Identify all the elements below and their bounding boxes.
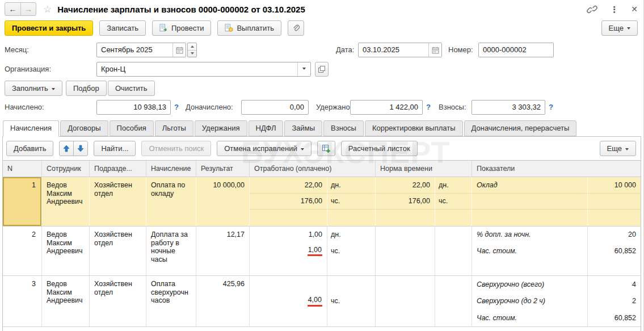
result-cell[interactable]: 425,96 bbox=[196, 276, 249, 326]
worked-value-cell[interactable]: 1,00 1,00 bbox=[249, 227, 327, 275]
norm-unit-cell[interactable] bbox=[435, 227, 472, 275]
forward-button[interactable]: → bbox=[20, 3, 36, 15]
employee-cell[interactable]: Ведов Максим Андреевич bbox=[41, 276, 89, 326]
accrued-help-icon[interactable]: ? bbox=[174, 100, 179, 115]
undo-corrections-button[interactable]: Отмена исправлений bbox=[217, 141, 312, 156]
organization-dropdown-button[interactable] bbox=[297, 62, 310, 76]
accrual-cell[interactable]: Доплата за работу в ночные часы bbox=[146, 227, 196, 275]
worked-unit-cell[interactable]: чс. bbox=[327, 276, 375, 326]
tab-benefits[interactable]: Пособия bbox=[110, 120, 154, 136]
worked-unit-cell[interactable]: дн. чс. bbox=[327, 227, 375, 275]
find-button[interactable]: Найти... bbox=[94, 141, 136, 156]
withheld-help-icon[interactable]: ? bbox=[426, 100, 431, 115]
more-button-table[interactable]: Еще bbox=[600, 141, 636, 156]
employee-cell[interactable]: Ведов Максим Андреевич bbox=[41, 177, 89, 226]
indicator-name-cell[interactable]: Оклад bbox=[472, 177, 587, 226]
tab-accruals[interactable]: Начисления bbox=[3, 120, 59, 137]
accruals-table: N Сотрудник Подразде... Начисление Резул… bbox=[3, 160, 641, 327]
table-row[interactable]: 2 Ведов Максим Андреевич Хозяйствен отде… bbox=[3, 227, 641, 276]
col-header-department[interactable]: Подразде... bbox=[89, 161, 146, 177]
tab-loans[interactable]: Займы bbox=[284, 120, 322, 136]
cancel-search-button[interactable]: Отменить поиск bbox=[141, 141, 211, 156]
contributions-help-icon[interactable]: ? bbox=[549, 100, 553, 115]
added-field[interactable]: 0,00 bbox=[241, 100, 309, 115]
close-icon[interactable]: ✕ bbox=[631, 5, 638, 14]
month-stepper[interactable] bbox=[187, 43, 197, 57]
norm-unit-cell[interactable]: дн. чс. bbox=[435, 177, 472, 226]
accrued-field[interactable]: 10 938,13 bbox=[96, 100, 171, 115]
move-up-button[interactable] bbox=[59, 141, 74, 156]
fill-button[interactable]: Заполнить bbox=[5, 81, 62, 96]
month-calendar-button[interactable] bbox=[172, 43, 186, 57]
employee-cell[interactable]: Ведов Максим Андреевич bbox=[41, 227, 89, 275]
col-header-norm[interactable]: Норма времени bbox=[375, 161, 472, 177]
col-header-worked[interactable]: Отработано (оплачено) bbox=[249, 161, 375, 177]
pay-button[interactable]: Выплатить bbox=[217, 20, 281, 36]
withheld-field[interactable]: 1 422,00 bbox=[350, 100, 423, 115]
indicator-name-cell[interactable]: Сверхурочно (всего) Сверхурочно (до 2 ч)… bbox=[472, 276, 587, 326]
row-number-cell[interactable]: 1 bbox=[3, 177, 41, 226]
indicator-value-cell[interactable]: 20 60,852 bbox=[587, 227, 641, 275]
date-calendar-button[interactable] bbox=[428, 43, 441, 57]
tab-recalculations[interactable]: Доначисления, перерасчеты bbox=[464, 120, 577, 136]
calendar-icon bbox=[432, 47, 439, 54]
department-cell[interactable]: Хозяйствен отдел bbox=[89, 276, 146, 326]
tab-deductions[interactable]: Удержания bbox=[195, 120, 247, 136]
table-row[interactable]: 1 Ведов Максим Андреевич Хозяйствен отде… bbox=[3, 177, 641, 227]
col-header-result[interactable]: Результат bbox=[196, 161, 249, 177]
move-down-button[interactable] bbox=[73, 141, 88, 156]
change-form-button[interactable] bbox=[317, 141, 335, 156]
more-button-top[interactable]: Еще bbox=[601, 20, 638, 36]
norm-unit-cell[interactable] bbox=[435, 276, 472, 326]
write-button[interactable]: Записать bbox=[99, 20, 146, 36]
accrual-cell[interactable]: Оплата сверхурочн часов bbox=[146, 276, 196, 326]
tab-contracts[interactable]: Договоры bbox=[60, 120, 108, 136]
col-header-indicators[interactable]: Показатели bbox=[472, 161, 641, 177]
payslip-button[interactable]: Расчетный листок bbox=[341, 141, 418, 156]
indicator-value-cell[interactable]: 4 2 60,852 bbox=[587, 276, 641, 326]
norm-value-cell[interactable] bbox=[375, 227, 435, 275]
col-header-accrual[interactable]: Начисление bbox=[146, 161, 196, 177]
norm-value-cell[interactable] bbox=[375, 276, 435, 326]
row-number-cell[interactable]: 2 bbox=[3, 227, 41, 275]
post-button[interactable]: Провести bbox=[152, 20, 212, 36]
table-row[interactable]: 3 Ведов Максим Андреевич Хозяйствен отде… bbox=[3, 276, 641, 327]
selection-button[interactable]: Подбор bbox=[66, 81, 107, 96]
col-header-n[interactable]: N bbox=[3, 161, 41, 177]
organization-open-button[interactable] bbox=[315, 62, 329, 77]
organization-field[interactable]: Крон-Ц bbox=[96, 62, 311, 77]
more-menu-icon[interactable]: ⋮ bbox=[610, 5, 618, 14]
clear-button[interactable]: Очистить bbox=[108, 81, 155, 96]
indicator-name-cell[interactable]: % допл. за ночн. Час. стоим. bbox=[472, 227, 587, 275]
tab-contributions[interactable]: Взносы bbox=[323, 120, 364, 136]
tab-payment-adjustments[interactable]: Корректировки выплаты bbox=[365, 120, 463, 136]
norm-value-cell[interactable]: 22,00 176,00 bbox=[375, 177, 435, 226]
tab-privileges[interactable]: Льготы bbox=[155, 120, 193, 136]
chevron-down-icon bbox=[625, 148, 629, 152]
worked-value-cell[interactable]: 22,00 176,00 bbox=[249, 177, 327, 226]
row-number-cell[interactable]: 3 bbox=[3, 276, 41, 326]
result-cell[interactable]: 10 000,00 bbox=[196, 177, 249, 226]
department-cell[interactable]: Хозяйствен отдел bbox=[89, 227, 146, 275]
stepper-up-icon[interactable] bbox=[188, 43, 196, 51]
date-field[interactable]: 03.10.2025 bbox=[358, 43, 442, 57]
month-field[interactable]: Сентябрь 2025 bbox=[96, 43, 186, 57]
accrual-cell[interactable]: Оплата по окладу bbox=[146, 177, 196, 226]
favorite-star-icon[interactable]: ☆ bbox=[43, 3, 52, 15]
number-field[interactable]: 0000-000002 bbox=[478, 43, 554, 57]
worked-unit-cell[interactable]: дн. чс. bbox=[327, 177, 375, 226]
link-icon[interactable] bbox=[587, 5, 597, 14]
attachments-button[interactable] bbox=[288, 20, 304, 36]
tab-ndfl[interactable]: НДФЛ bbox=[249, 120, 284, 136]
post-and-close-button[interactable]: Провести и закрыть bbox=[5, 20, 93, 36]
indicator-value-cell[interactable]: 10 000 bbox=[587, 177, 641, 226]
department-cell[interactable]: Хозяйствен отдел bbox=[89, 177, 146, 226]
col-header-employee[interactable]: Сотрудник bbox=[41, 161, 89, 177]
add-row-button[interactable]: Добавить bbox=[6, 141, 53, 156]
stepper-down-icon[interactable] bbox=[188, 51, 196, 57]
back-button[interactable]: ← bbox=[5, 3, 20, 15]
form-header: Месяц: Сентябрь 2025 Дата: 03.10.2025 Но… bbox=[0, 37, 643, 119]
result-cell[interactable]: 12,17 bbox=[196, 227, 249, 275]
worked-value-cell[interactable]: 4,00 bbox=[249, 276, 327, 326]
contributions-field[interactable]: 3 303,32 bbox=[472, 100, 545, 115]
